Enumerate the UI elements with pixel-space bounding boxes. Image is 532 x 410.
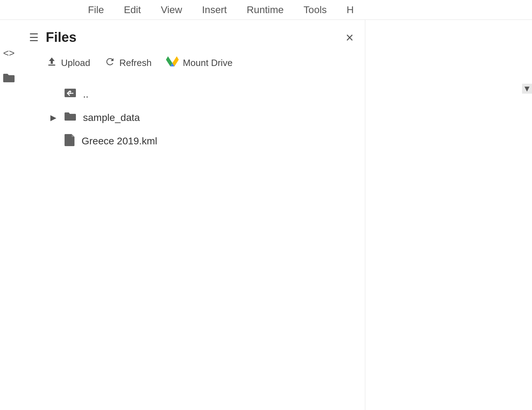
menu-file[interactable]: File (85, 3, 107, 17)
menu-insert[interactable]: Insert (199, 3, 230, 17)
scrollbar: ▼ (522, 84, 532, 94)
close-button[interactable]: × (346, 31, 354, 44)
file-name: Greece 2019.kml (82, 135, 157, 147)
files-title: Files (46, 30, 77, 45)
parent-dir-icon (64, 87, 77, 102)
upload-label: Upload (61, 57, 90, 68)
code-icon[interactable]: <> (3, 48, 15, 58)
files-header: ☰ Files × (18, 20, 365, 52)
files-panel: ☰ Files × Upload (18, 20, 365, 410)
refresh-icon (104, 56, 116, 70)
refresh-label: Refresh (119, 57, 151, 68)
file-item-icon (64, 133, 75, 149)
right-panel: ▼ (365, 20, 532, 410)
mount-drive-button[interactable]: Mount Drive (166, 55, 232, 71)
left-sidebar: <> (0, 20, 18, 410)
upload-icon (46, 56, 57, 70)
drive-icon (166, 55, 179, 71)
menu-help[interactable]: H (344, 3, 356, 17)
list-item[interactable]: Greece 2019.kml (46, 129, 359, 153)
folder-icon[interactable] (2, 72, 15, 85)
menu-view[interactable]: View (158, 3, 185, 17)
upload-button[interactable]: Upload (46, 56, 90, 70)
menu-tools[interactable]: Tools (301, 3, 329, 17)
parent-dir-name: .. (83, 89, 89, 100)
folder-item-icon (64, 111, 77, 125)
menu-edit[interactable]: Edit (121, 3, 144, 17)
menu-runtime[interactable]: Runtime (244, 3, 287, 17)
list-item[interactable]: ▶ sample_data (46, 106, 359, 129)
toolbar: Upload Refresh (18, 52, 365, 79)
expand-button[interactable]: ▶ (49, 113, 57, 122)
list-item[interactable]: .. (46, 82, 359, 106)
files-header-left: ☰ Files (29, 30, 77, 45)
menu-bar: File Edit View Insert Runtime Tools H (0, 0, 532, 20)
mount-drive-label: Mount Drive (183, 57, 232, 68)
main-layout: <> ☰ Files × (0, 20, 532, 410)
hamburger-icon[interactable]: ☰ (29, 31, 39, 44)
refresh-button[interactable]: Refresh (104, 56, 151, 70)
file-list: .. ▶ sample_data (18, 79, 365, 156)
scroll-down-arrow[interactable]: ▼ (522, 84, 532, 94)
svg-rect-0 (48, 65, 55, 66)
folder-name: sample_data (83, 112, 140, 123)
